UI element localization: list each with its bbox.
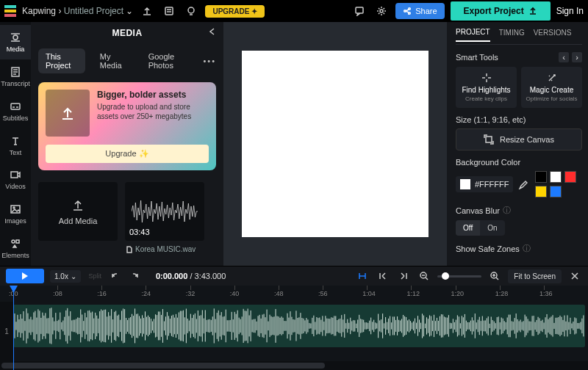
zoom-slider-thumb[interactable] [442,272,449,280]
media-panel-title: MEDIA [112,28,142,38]
close-timeline-button[interactable] [567,269,582,283]
swatch-blue[interactable] [550,186,562,197]
timecode: 0:00.000 / 3:43.000 [156,272,226,280]
track-number: 1 [0,302,13,361]
svg-point-1 [188,7,194,13]
smart-prev[interactable]: ‹ [559,52,569,62]
upgrade-card-cta[interactable]: Upgrade ✨ [46,145,209,163]
svg-rect-9 [11,104,20,109]
tab-timing[interactable]: TIMING [499,29,525,41]
clip-waveform [13,305,585,347]
rail-media[interactable]: Media [0,25,31,59]
smart-tools-label: Smart Tools [456,53,498,62]
scrollbar-thumb[interactable] [1,363,325,369]
resize-canvas-button[interactable]: Resize Canvas [456,128,582,150]
brand-logo [4,5,16,17]
audio-file-icon [125,246,132,253]
rail-videos[interactable]: Videos [0,162,31,197]
tab-my-media[interactable]: My Media [93,48,134,73]
clip-filename: Korea MUSIC.wav [125,245,204,253]
svg-rect-0 [165,7,173,15]
tab-google-photos[interactable]: Google Photos [141,48,196,73]
swatch-yellow[interactable] [535,186,547,197]
sidebar-rail: Media Transcript Subtitles Text Videos I… [0,22,31,266]
lightbulb-icon[interactable] [183,3,199,19]
tab-this-project[interactable]: This Project [38,48,85,73]
timeline: 1.0x ⌄ Split 0:00.000 / 3:43.000 Fit to … [0,266,588,370]
breadcrumb-sep: › [58,6,63,16]
size-label: Size (1:1, 9:16, etc) [456,115,582,124]
waveform-icon [132,197,198,226]
blur-off[interactable]: Off [456,220,480,236]
blur-toggle: Off On [456,220,505,236]
timeline-ruler[interactable]: :00:08:16:24:32:40:48:561:041:121:201:28… [0,286,588,302]
tab-project[interactable]: PROJECT [456,28,490,42]
svg-rect-10 [11,172,18,178]
split-button[interactable]: Split [87,269,101,283]
bg-hex-input[interactable]: #FFFFFF [456,176,513,192]
svg-rect-2 [356,7,363,13]
brand-name: Kapwing [22,6,56,16]
add-media-tile[interactable]: Add Media [38,182,118,241]
signin-link[interactable]: Sign In [556,6,584,16]
redo-button[interactable] [128,269,143,283]
project-name[interactable]: Untitled Project [64,6,123,16]
comment-icon[interactable] [351,3,368,19]
project-menu-caret[interactable]: ⌄ [126,6,133,16]
svg-point-12 [13,207,15,208]
trim-end-button[interactable] [396,269,411,283]
canvas-area[interactable] [223,22,447,266]
upgrade-card: Bigger, bolder assets Upgrade to upload … [38,82,216,170]
snap-toggle[interactable] [355,269,370,283]
smart-next[interactable]: › [572,52,582,62]
zoom-in-button[interactable] [487,269,502,283]
rail-subtitles[interactable]: Subtitles [0,94,31,128]
undo-button[interactable] [107,269,122,283]
playhead[interactable] [13,286,14,370]
eyedropper-button[interactable] [517,179,528,189]
svg-point-5 [409,12,411,15]
zoom-slider[interactable] [437,275,481,278]
canvas[interactable] [242,51,429,237]
bg-color-label: Background Color [456,158,582,167]
upgrade-card-body: Upgrade to upload and store assets over … [97,102,209,121]
collapse-panel-button[interactable] [204,23,220,40]
project-panel: PROJECT TIMING VERSIONS Smart Tools ‹› F… [447,22,588,266]
tab-versions[interactable]: VERSIONS [534,29,572,41]
sparkle-icon [481,73,492,83]
clip-duration: 03:43 [129,228,150,236]
playback-speed[interactable]: 1.0x ⌄ [50,270,81,283]
upgrade-button[interactable]: UPGRADE ✦ [205,5,265,18]
svg-point-13 [12,240,15,243]
wand-icon [547,73,557,83]
gear-icon[interactable] [373,3,390,19]
play-button[interactable] [6,269,44,283]
media-clip-tile[interactable]: 03:43 [125,182,204,241]
share-button[interactable]: Share [395,3,444,19]
swatch-black[interactable] [535,171,547,183]
trim-start-button[interactable] [376,269,390,283]
rail-transcript[interactable]: Transcript [0,59,31,94]
smart-magic-create[interactable]: Magic Create Optimize for socials [521,67,582,108]
zoom-out-button[interactable] [417,269,431,283]
blur-label: Canvas Blur [456,206,500,215]
fit-to-screen-button[interactable]: Fit to Screen [508,269,562,283]
notes-icon[interactable] [161,3,177,19]
smart-find-highlights[interactable]: Find Highlights Create key clips [456,67,517,108]
upgrade-card-title: Bigger, bolder assets [97,90,209,100]
media-tabs-more[interactable]: ••• [203,57,216,65]
audio-clip[interactable] [13,305,585,347]
export-button[interactable]: Export Project [451,1,551,21]
rail-images[interactable]: Images [0,197,31,231]
media-panel: MEDIA This Project My Media Google Photo… [31,22,223,266]
rail-elements[interactable]: Elements [0,231,31,266]
swatch-red[interactable] [564,171,576,183]
swatch-white[interactable] [550,171,562,183]
resize-icon [484,134,494,145]
blur-on[interactable]: On [480,220,504,236]
upgrade-card-thumb [46,90,90,137]
rail-text[interactable]: Text [0,128,31,163]
svg-rect-15 [486,137,492,142]
timeline-scrollbar[interactable] [0,361,588,370]
upload-icon[interactable] [139,3,155,19]
